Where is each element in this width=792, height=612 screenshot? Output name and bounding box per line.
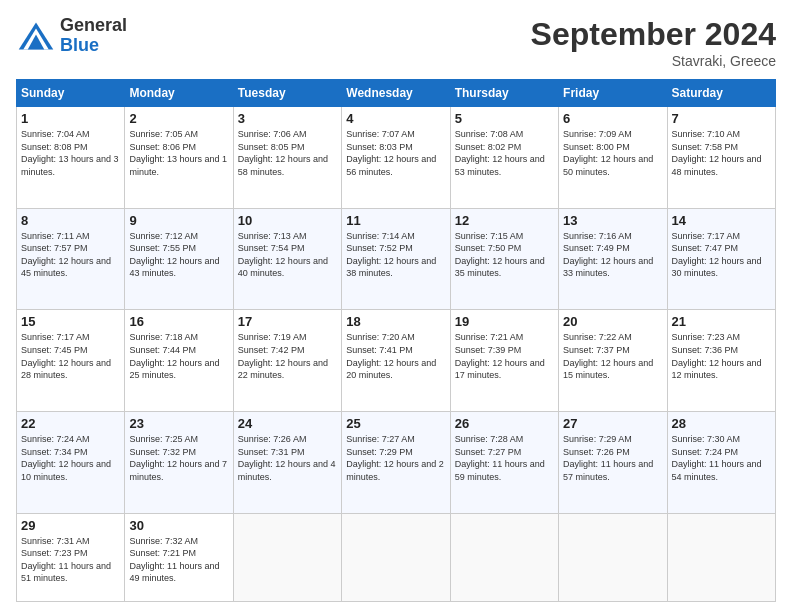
logo-blue: Blue: [60, 36, 127, 56]
day-info: Sunrise: 7:17 AMSunset: 7:47 PMDaylight:…: [672, 230, 771, 280]
day-number: 30: [129, 518, 228, 533]
table-row: 15Sunrise: 7:17 AMSunset: 7:45 PMDayligh…: [17, 310, 125, 412]
table-row: 21Sunrise: 7:23 AMSunset: 7:36 PMDayligh…: [667, 310, 775, 412]
logo-general: General: [60, 16, 127, 36]
table-row: [667, 513, 775, 601]
col-friday: Friday: [559, 80, 667, 107]
day-number: 21: [672, 314, 771, 329]
table-row: 6Sunrise: 7:09 AMSunset: 8:00 PMDaylight…: [559, 107, 667, 209]
table-row: 16Sunrise: 7:18 AMSunset: 7:44 PMDayligh…: [125, 310, 233, 412]
header: General Blue September 2024 Stavraki, Gr…: [16, 16, 776, 69]
day-number: 29: [21, 518, 120, 533]
day-info: Sunrise: 7:05 AMSunset: 8:06 PMDaylight:…: [129, 128, 228, 178]
day-number: 25: [346, 416, 445, 431]
table-row: 2Sunrise: 7:05 AMSunset: 8:06 PMDaylight…: [125, 107, 233, 209]
table-row: 29Sunrise: 7:31 AMSunset: 7:23 PMDayligh…: [17, 513, 125, 601]
day-number: 14: [672, 213, 771, 228]
day-info: Sunrise: 7:09 AMSunset: 8:00 PMDaylight:…: [563, 128, 662, 178]
day-number: 24: [238, 416, 337, 431]
day-number: 17: [238, 314, 337, 329]
table-row: 10Sunrise: 7:13 AMSunset: 7:54 PMDayligh…: [233, 208, 341, 310]
day-number: 10: [238, 213, 337, 228]
logo-text: General Blue: [60, 16, 127, 56]
day-info: Sunrise: 7:15 AMSunset: 7:50 PMDaylight:…: [455, 230, 554, 280]
day-number: 27: [563, 416, 662, 431]
day-info: Sunrise: 7:23 AMSunset: 7:36 PMDaylight:…: [672, 331, 771, 381]
table-row: 12Sunrise: 7:15 AMSunset: 7:50 PMDayligh…: [450, 208, 558, 310]
table-row: 22Sunrise: 7:24 AMSunset: 7:34 PMDayligh…: [17, 412, 125, 514]
day-number: 2: [129, 111, 228, 126]
day-number: 11: [346, 213, 445, 228]
day-info: Sunrise: 7:30 AMSunset: 7:24 PMDaylight:…: [672, 433, 771, 483]
day-info: Sunrise: 7:25 AMSunset: 7:32 PMDaylight:…: [129, 433, 228, 483]
table-row: [559, 513, 667, 601]
table-row: [233, 513, 341, 601]
day-info: Sunrise: 7:08 AMSunset: 8:02 PMDaylight:…: [455, 128, 554, 178]
day-info: Sunrise: 7:29 AMSunset: 7:26 PMDaylight:…: [563, 433, 662, 483]
col-thursday: Thursday: [450, 80, 558, 107]
location: Stavraki, Greece: [531, 53, 776, 69]
table-row: 20Sunrise: 7:22 AMSunset: 7:37 PMDayligh…: [559, 310, 667, 412]
day-number: 13: [563, 213, 662, 228]
day-info: Sunrise: 7:19 AMSunset: 7:42 PMDaylight:…: [238, 331, 337, 381]
day-number: 22: [21, 416, 120, 431]
day-info: Sunrise: 7:11 AMSunset: 7:57 PMDaylight:…: [21, 230, 120, 280]
day-number: 23: [129, 416, 228, 431]
day-number: 26: [455, 416, 554, 431]
table-row: 17Sunrise: 7:19 AMSunset: 7:42 PMDayligh…: [233, 310, 341, 412]
col-wednesday: Wednesday: [342, 80, 450, 107]
table-row: 8Sunrise: 7:11 AMSunset: 7:57 PMDaylight…: [17, 208, 125, 310]
day-number: 3: [238, 111, 337, 126]
day-info: Sunrise: 7:04 AMSunset: 8:08 PMDaylight:…: [21, 128, 120, 178]
table-row: 3Sunrise: 7:06 AMSunset: 8:05 PMDaylight…: [233, 107, 341, 209]
day-info: Sunrise: 7:17 AMSunset: 7:45 PMDaylight:…: [21, 331, 120, 381]
day-info: Sunrise: 7:18 AMSunset: 7:44 PMDaylight:…: [129, 331, 228, 381]
table-row: 4Sunrise: 7:07 AMSunset: 8:03 PMDaylight…: [342, 107, 450, 209]
day-info: Sunrise: 7:26 AMSunset: 7:31 PMDaylight:…: [238, 433, 337, 483]
table-row: [342, 513, 450, 601]
logo-icon: [16, 21, 56, 51]
day-number: 20: [563, 314, 662, 329]
day-info: Sunrise: 7:24 AMSunset: 7:34 PMDaylight:…: [21, 433, 120, 483]
col-sunday: Sunday: [17, 80, 125, 107]
table-row: 28Sunrise: 7:30 AMSunset: 7:24 PMDayligh…: [667, 412, 775, 514]
table-row: 14Sunrise: 7:17 AMSunset: 7:47 PMDayligh…: [667, 208, 775, 310]
day-info: Sunrise: 7:28 AMSunset: 7:27 PMDaylight:…: [455, 433, 554, 483]
day-info: Sunrise: 7:16 AMSunset: 7:49 PMDaylight:…: [563, 230, 662, 280]
day-info: Sunrise: 7:07 AMSunset: 8:03 PMDaylight:…: [346, 128, 445, 178]
day-info: Sunrise: 7:13 AMSunset: 7:54 PMDaylight:…: [238, 230, 337, 280]
day-info: Sunrise: 7:06 AMSunset: 8:05 PMDaylight:…: [238, 128, 337, 178]
day-number: 19: [455, 314, 554, 329]
day-info: Sunrise: 7:22 AMSunset: 7:37 PMDaylight:…: [563, 331, 662, 381]
day-number: 16: [129, 314, 228, 329]
table-row: 18Sunrise: 7:20 AMSunset: 7:41 PMDayligh…: [342, 310, 450, 412]
title-section: September 2024 Stavraki, Greece: [531, 16, 776, 69]
day-number: 5: [455, 111, 554, 126]
table-row: 7Sunrise: 7:10 AMSunset: 7:58 PMDaylight…: [667, 107, 775, 209]
calendar-table: Sunday Monday Tuesday Wednesday Thursday…: [16, 79, 776, 602]
day-number: 8: [21, 213, 120, 228]
table-row: 11Sunrise: 7:14 AMSunset: 7:52 PMDayligh…: [342, 208, 450, 310]
day-number: 28: [672, 416, 771, 431]
day-number: 4: [346, 111, 445, 126]
day-info: Sunrise: 7:27 AMSunset: 7:29 PMDaylight:…: [346, 433, 445, 483]
table-row: 1Sunrise: 7:04 AMSunset: 8:08 PMDaylight…: [17, 107, 125, 209]
col-tuesday: Tuesday: [233, 80, 341, 107]
table-row: 19Sunrise: 7:21 AMSunset: 7:39 PMDayligh…: [450, 310, 558, 412]
day-number: 7: [672, 111, 771, 126]
calendar-header-row: Sunday Monday Tuesday Wednesday Thursday…: [17, 80, 776, 107]
table-row: 27Sunrise: 7:29 AMSunset: 7:26 PMDayligh…: [559, 412, 667, 514]
day-number: 12: [455, 213, 554, 228]
day-number: 15: [21, 314, 120, 329]
day-info: Sunrise: 7:12 AMSunset: 7:55 PMDaylight:…: [129, 230, 228, 280]
table-row: [450, 513, 558, 601]
col-saturday: Saturday: [667, 80, 775, 107]
table-row: 30Sunrise: 7:32 AMSunset: 7:21 PMDayligh…: [125, 513, 233, 601]
day-info: Sunrise: 7:31 AMSunset: 7:23 PMDaylight:…: [21, 535, 120, 585]
table-row: 26Sunrise: 7:28 AMSunset: 7:27 PMDayligh…: [450, 412, 558, 514]
month-title: September 2024: [531, 16, 776, 53]
day-number: 1: [21, 111, 120, 126]
day-number: 18: [346, 314, 445, 329]
table-row: 24Sunrise: 7:26 AMSunset: 7:31 PMDayligh…: [233, 412, 341, 514]
logo: General Blue: [16, 16, 127, 56]
